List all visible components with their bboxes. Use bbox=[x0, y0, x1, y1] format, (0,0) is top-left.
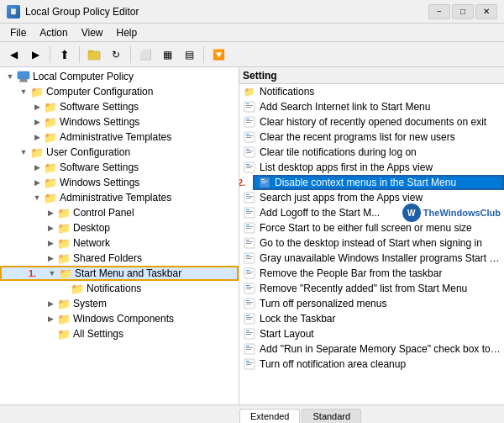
tree-node-desktop[interactable]: ▶ 📁 Desktop bbox=[0, 220, 239, 235]
setting-row-turn-off-personalized[interactable]: Turn off personalized menus bbox=[239, 296, 504, 311]
setting-row-gray-unavailable[interactable]: Gray unavailable Windows Installer progr… bbox=[239, 251, 504, 266]
expander-system: ▶ bbox=[44, 297, 57, 310]
setting-row-start-layout[interactable]: Start Layout bbox=[239, 326, 504, 341]
left-panel: ▼ Local Computer Policy ▼ 📁 Computer Con… bbox=[0, 67, 239, 404]
setting-column-header: Setting bbox=[243, 70, 277, 82]
svg-rect-56 bbox=[246, 288, 251, 289]
setting-text-clear-history: Clear history of recently opened documen… bbox=[260, 116, 486, 128]
folder-icon-windows-1: 📁 bbox=[44, 115, 57, 129]
expander-software-1: ▶ bbox=[30, 100, 44, 114]
maximize-button[interactable]: □ bbox=[452, 4, 474, 19]
shared-folders-label: Shared Folders bbox=[73, 252, 142, 264]
back-button[interactable]: ◀ bbox=[3, 45, 24, 65]
toolbar-separator-1 bbox=[50, 46, 50, 63]
tree-node-windows-1[interactable]: ▶ 📁 Windows Settings bbox=[0, 114, 239, 130]
setting-row-go-desktop[interactable]: Go to the desktop instead of Start when … bbox=[239, 235, 504, 251]
policy-icon-force-start bbox=[243, 221, 256, 235]
tab-extended[interactable]: Extended bbox=[239, 409, 300, 423]
tree-node-shared-folders[interactable]: ▶ 📁 Shared Folders bbox=[0, 251, 239, 266]
setting-row-clear-history[interactable]: Clear history of recently opened documen… bbox=[239, 114, 504, 130]
setting-text-disable-context: Disable context menus in the Start Menu bbox=[275, 177, 456, 188]
svg-rect-3 bbox=[20, 79, 27, 81]
folder-icon-system: 📁 bbox=[57, 297, 71, 310]
tree-node-control-panel[interactable]: ▶ 📁 Control Panel bbox=[0, 205, 239, 220]
svg-rect-51 bbox=[246, 272, 253, 272]
svg-rect-52 bbox=[246, 273, 251, 274]
menu-bar: File Action View Help bbox=[0, 24, 504, 42]
menu-file[interactable]: File bbox=[3, 25, 33, 40]
setting-row-notifications[interactable]: 📁 Notifications bbox=[239, 84, 504, 99]
svg-rect-60 bbox=[246, 304, 251, 304]
setting-row-remove-people[interactable]: Remove the People Bar from the taskbar bbox=[239, 266, 504, 281]
setting-row-add-run[interactable]: Add "Run in Separate Memory Space" check… bbox=[239, 341, 504, 357]
view-btn-3[interactable]: ▤ bbox=[179, 45, 199, 65]
tree-node-software-1[interactable]: ▶ 📁 Software Settings bbox=[0, 99, 239, 114]
svg-rect-62 bbox=[246, 315, 249, 316]
setting-row-disable-context[interactable]: Disable context menus in the Start Menu bbox=[253, 175, 504, 190]
expander-shared-folders: ▶ bbox=[44, 251, 57, 265]
tree-node-software-2[interactable]: ▶ 📁 Software Settings bbox=[0, 160, 239, 175]
tab-standard[interactable]: Standard bbox=[302, 409, 361, 423]
tree-node-user-config[interactable]: ▼ 📁 User Configuration bbox=[0, 145, 239, 160]
expander-admin-1: ▶ bbox=[30, 130, 44, 144]
folder-icon-software-1: 📁 bbox=[44, 100, 57, 114]
svg-rect-27 bbox=[261, 181, 268, 182]
tree-node-local-policy[interactable]: ▼ Local Computer Policy bbox=[0, 69, 239, 84]
setting-row-clear-recent[interactable]: Clear the recent programs list for new u… bbox=[239, 130, 504, 145]
tree-node-system[interactable]: ▶ 📁 System bbox=[0, 296, 239, 311]
setting-text-force-start: Force Start to be either full screen or … bbox=[260, 222, 472, 234]
setting-text-gray-unavailable: Gray unavailable Windows Installer progr… bbox=[260, 252, 501, 264]
windows-1-label: Windows Settings bbox=[60, 116, 139, 128]
view-btn-2[interactable]: ▦ bbox=[157, 45, 177, 65]
policy-icon-clear-history bbox=[243, 115, 256, 129]
tree-node-admin-2[interactable]: ▼ 📁 Administrative Templates bbox=[0, 190, 239, 205]
setting-row-turn-off-notification[interactable]: Turn off notification area cleanup bbox=[239, 357, 504, 372]
window-controls: − □ ✕ bbox=[428, 4, 497, 19]
menu-help[interactable]: Help bbox=[110, 25, 144, 40]
setting-row-remove-recently[interactable]: Remove "Recently added" list from Start … bbox=[239, 281, 504, 296]
local-policy-label: Local Computer Policy bbox=[33, 71, 134, 82]
view-btn-1[interactable]: ⬜ bbox=[135, 45, 155, 65]
policy-icon-add-search bbox=[243, 100, 256, 114]
refresh-button[interactable]: ↻ bbox=[106, 45, 126, 65]
setting-row-lock-taskbar[interactable]: Lock the Taskbar bbox=[239, 311, 504, 326]
svg-rect-19 bbox=[246, 151, 253, 151]
tree-node-windows-2[interactable]: ▶ 📁 Windows Settings bbox=[0, 175, 239, 190]
setting-row-add-logoff[interactable]: Add Logoff to the Start M... W TheWindow… bbox=[239, 205, 504, 220]
setting-text-lock-taskbar: Lock the Taskbar bbox=[260, 313, 336, 325]
tree-node-computer-config[interactable]: ▼ 📁 Computer Configuration bbox=[0, 84, 239, 99]
tree-node-all-settings[interactable]: ▶ 📁 All Settings bbox=[0, 326, 239, 341]
menu-action[interactable]: Action bbox=[33, 25, 74, 40]
setting-row-clear-tile[interactable]: Clear tile notifications during log on bbox=[239, 145, 504, 160]
up-button[interactable]: ⬆ bbox=[55, 45, 75, 65]
folder-button[interactable] bbox=[84, 45, 104, 65]
tree-node-admin-1[interactable]: ▶ 📁 Administrative Templates bbox=[0, 130, 239, 145]
policy-icon-go-desktop bbox=[243, 236, 256, 250]
svg-rect-48 bbox=[246, 258, 251, 259]
svg-rect-43 bbox=[246, 241, 253, 242]
svg-rect-38 bbox=[246, 225, 249, 225]
tree-node-notifications-child[interactable]: ▶ 📁 Notifications bbox=[0, 281, 239, 296]
tree-node-network[interactable]: ▶ 📁 Network bbox=[0, 235, 239, 251]
svg-rect-18 bbox=[246, 149, 249, 150]
forward-button[interactable]: ▶ bbox=[25, 45, 45, 65]
policy-icon-add-logoff bbox=[243, 206, 256, 219]
expander-local-policy: ▼ bbox=[3, 70, 17, 83]
minimize-button[interactable]: − bbox=[428, 4, 450, 19]
policy-icon-turn-off-personalized bbox=[243, 297, 256, 310]
tree-node-windows-components[interactable]: ▶ 📁 Windows Components bbox=[0, 311, 239, 326]
svg-rect-16 bbox=[246, 137, 251, 138]
setting-row-force-start[interactable]: Force Start to be either full screen or … bbox=[239, 220, 504, 235]
svg-rect-14 bbox=[246, 134, 249, 135]
watermark-text: TheWindowsClub bbox=[423, 208, 501, 218]
main-container: ▼ Local Computer Policy ▼ 📁 Computer Con… bbox=[0, 67, 504, 404]
setting-row-search-apps[interactable]: Search just apps from the Apps view bbox=[239, 190, 504, 205]
menu-view[interactable]: View bbox=[75, 25, 110, 40]
filter-button[interactable]: 🔽 bbox=[208, 45, 228, 65]
svg-rect-42 bbox=[246, 240, 249, 241]
tree-node-start-menu[interactable]: ▼ 📁 Start Menu and Taskbar bbox=[0, 266, 239, 281]
setting-row-add-search[interactable]: Add Search Internet link to Start Menu bbox=[239, 99, 504, 114]
close-button[interactable]: ✕ bbox=[475, 4, 497, 19]
svg-rect-66 bbox=[246, 330, 249, 331]
setting-row-list-desktop[interactable]: List desktop apps first in the Apps view bbox=[239, 160, 504, 175]
